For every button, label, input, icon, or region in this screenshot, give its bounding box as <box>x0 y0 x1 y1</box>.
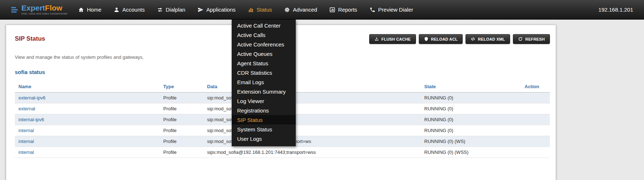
brand-tagline: chat, voice and video contactcenter <box>21 12 68 15</box>
nav-item-label: Applications <box>206 7 236 13</box>
download-icon <box>374 37 379 41</box>
server-ip: 192.168.1.201 <box>598 7 644 13</box>
dropdown-item-active-call-center[interactable]: Active Call Center <box>232 21 296 30</box>
phone-icon <box>370 7 375 13</box>
nav-item-home[interactable]: Home <box>78 7 101 13</box>
cell-action <box>521 136 550 147</box>
toolbar: FLUSH CACHERELOAD ACLRELOAD XMLREFRESH <box>369 34 550 44</box>
cell-name: internal <box>15 147 160 158</box>
user-icon <box>114 7 119 13</box>
report-chart-icon <box>329 7 335 13</box>
nav-item-reports[interactable]: Reports <box>329 7 357 13</box>
table-row: internalProfilesips:mod_sofia@192.168.1.… <box>15 147 550 158</box>
profile-link[interactable]: external-ipv6 <box>18 95 45 101</box>
dropdown-item-extension-summary[interactable]: Extension Summary <box>232 87 296 96</box>
list-lines-icon <box>10 5 19 14</box>
nav-item-label: Accounts <box>122 7 145 13</box>
nav-item-label: Reports <box>338 7 357 13</box>
cell-state: RUNNING (0) <box>421 114 521 125</box>
nav-item-label: Advanced <box>293 7 317 13</box>
status-dropdown-menu: Active Call CenterActive CallsActive Con… <box>232 20 296 146</box>
dropdown-item-cdr-statistics[interactable]: CDR Statistics <box>232 68 296 77</box>
profile-link[interactable]: external <box>18 106 35 111</box>
cell-type: Profile <box>160 147 203 158</box>
cell-state: RUNNING (0) (WSS) <box>421 147 521 158</box>
cell-type: Profile <box>160 103 203 114</box>
brand-title-expert: Expert <box>21 4 45 12</box>
shield-icon <box>424 37 429 41</box>
column-header-state: State <box>421 81 521 93</box>
profile-link[interactable]: internal <box>18 139 34 144</box>
dropdown-item-user-logs[interactable]: User Logs <box>232 134 296 143</box>
profile-link[interactable]: internal <box>18 128 34 133</box>
cell-type: Profile <box>160 114 203 125</box>
nav-item-dialplan[interactable]: Dialplan <box>157 7 185 13</box>
nav-item-accounts[interactable]: Accounts <box>114 7 145 13</box>
dropdown-item-active-queues[interactable]: Active Queues <box>232 49 296 58</box>
nav-item-applications[interactable]: Applications <box>198 7 236 13</box>
cell-state: RUNNING (0) <box>421 125 521 136</box>
brand-title: ExpertFlow <box>21 4 68 12</box>
nav-item-advanced[interactable]: Advanced <box>284 7 317 13</box>
gear-icon <box>284 7 290 13</box>
cell-action <box>521 125 550 136</box>
reload-acl-button[interactable]: RELOAD ACL <box>419 34 463 44</box>
dropdown-item-system-status[interactable]: System Status <box>232 124 296 134</box>
dropdown-item-agent-status[interactable]: Agent Status <box>232 58 296 68</box>
cell-state: RUNNING (0) (WS) <box>421 136 521 147</box>
bar-chart-icon <box>248 7 254 13</box>
swap-arrows-icon <box>157 7 163 13</box>
cell-action <box>521 147 550 158</box>
nav-item-preview-dialer[interactable]: Preview Dialer <box>370 7 413 13</box>
dropdown-item-email-logs[interactable]: Email Logs <box>232 77 296 87</box>
nav-item-label: Status <box>257 7 272 13</box>
button-label: RELOAD ACL <box>431 37 458 41</box>
cell-action <box>521 93 550 103</box>
cell-name: external <box>15 103 160 114</box>
cell-name: internal <box>15 125 160 136</box>
nav-menu: HomeAccountsDialplanApplicationsStatusAd… <box>78 7 413 13</box>
reload-xml-button[interactable]: RELOAD XML <box>466 34 510 44</box>
flush-cache-button[interactable]: FLUSH CACHE <box>369 34 416 44</box>
cell-name: external-ipv6 <box>15 93 160 103</box>
dropdown-item-registrations[interactable]: Registrations <box>232 106 296 115</box>
cell-type: Profile <box>160 125 203 136</box>
code-icon <box>471 37 475 41</box>
cell-name: internal <box>15 136 160 147</box>
column-header-name: Name <box>15 81 160 93</box>
cell-action <box>521 114 550 125</box>
profile-link[interactable]: internal <box>18 150 34 155</box>
button-label: RELOAD XML <box>478 37 505 41</box>
nav-item-status[interactable]: Status <box>248 7 272 13</box>
cell-data: sips:mod_sofia@192.168.1.201:7443;transp… <box>203 147 421 158</box>
profile-link[interactable]: internal-ipv6 <box>18 117 44 122</box>
brand-logo[interactable]: ExpertFlow chat, voice and video contact… <box>0 4 69 15</box>
dropdown-item-log-viewer[interactable]: Log Viewer <box>232 96 296 106</box>
cell-action <box>521 103 550 114</box>
column-header-type: Type <box>160 81 203 93</box>
home-icon <box>78 7 84 13</box>
dropdown-item-active-conferences[interactable]: Active Conferences <box>232 40 296 49</box>
dropdown-item-active-calls[interactable]: Active Calls <box>232 30 296 40</box>
refresh-button[interactable]: REFRESH <box>513 34 550 44</box>
brand-title-flow: Flow <box>45 4 62 12</box>
button-label: REFRESH <box>525 37 545 41</box>
dropdown-item-sip-status[interactable]: SIP Status <box>232 115 296 124</box>
top-navbar: ExpertFlow chat, voice and video contact… <box>0 0 644 20</box>
cell-type: Profile <box>160 136 203 147</box>
refresh-icon <box>518 37 523 41</box>
cell-type: Profile <box>160 93 203 103</box>
cell-name: internal-ipv6 <box>15 114 160 125</box>
button-label: FLUSH CACHE <box>382 37 411 41</box>
column-header-action: Action <box>521 81 550 93</box>
cell-state: RUNNING (0) <box>421 103 521 114</box>
paper-plane-icon <box>198 7 203 13</box>
nav-item-label: Dialplan <box>166 7 185 13</box>
cell-state: RUNNING (0) <box>421 93 521 103</box>
brand-text: ExpertFlow chat, voice and video contact… <box>21 4 68 15</box>
nav-item-label: Preview Dialer <box>378 7 413 13</box>
nav-item-label: Home <box>87 7 101 13</box>
